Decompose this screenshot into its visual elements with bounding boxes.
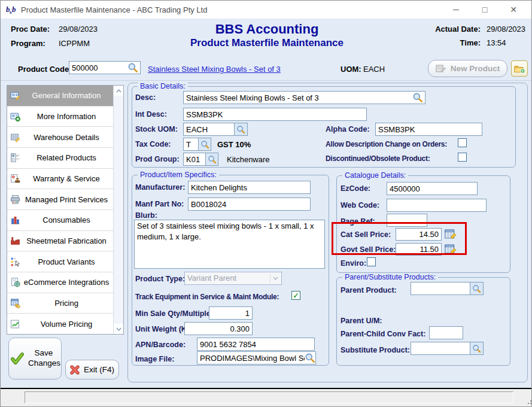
parent-um-label: Parent U/M: xyxy=(341,317,382,325)
stock-uom-input[interactable] xyxy=(183,123,235,136)
bsb-logo-icon: b s b xyxy=(6,4,18,16)
consumables-icon xyxy=(10,215,20,225)
desc-search-icon[interactable] xyxy=(412,92,423,103)
parent-product-input[interactable] xyxy=(411,282,470,295)
open-folder-button[interactable] xyxy=(511,60,528,77)
save-changes-label: Save Changes xyxy=(28,348,59,369)
save-changes-button[interactable]: Save Changes xyxy=(8,338,62,379)
new-product-button[interactable]: New Product xyxy=(428,60,507,77)
header-separator xyxy=(1,80,531,81)
product-type-dropdown[interactable]: Variant Parent xyxy=(184,272,282,285)
program-label: Program: xyxy=(11,39,45,48)
pricing-icon xyxy=(10,298,20,308)
page-ref-label: Page Ref: xyxy=(341,217,375,226)
allow-desc-change-label: Allow Description Change on Orders: xyxy=(326,140,447,148)
cat-sell-price-input[interactable] xyxy=(396,228,442,241)
warehouse-details-icon xyxy=(10,132,20,142)
search-icon xyxy=(200,140,209,149)
manufacturer-input[interactable] xyxy=(188,181,311,194)
maximize-button[interactable]: □ xyxy=(473,1,497,19)
substitute-product-input[interactable] xyxy=(411,342,470,355)
proc-date-value: 29/08/2023 xyxy=(59,25,98,34)
product-code-label: Product Code: xyxy=(18,65,72,74)
product-description-link[interactable]: Stainless Steel Mixing Bowls - Set of 3 xyxy=(148,65,281,74)
parent-product-search-button[interactable] xyxy=(470,282,484,295)
stock-uom-search-button[interactable] xyxy=(234,123,248,136)
page-ref-input[interactable] xyxy=(387,214,427,227)
image-file-input[interactable] xyxy=(197,351,316,365)
desc-label: Desc: xyxy=(135,93,156,102)
stock-uom-label: Stock UOM: xyxy=(135,125,178,133)
discontinued-checkbox[interactable] xyxy=(458,153,467,162)
manf-part-no-input[interactable] xyxy=(188,198,311,211)
alpha-code-input[interactable] xyxy=(375,123,482,136)
product-code-search-icon[interactable] xyxy=(127,62,138,73)
sidebar-scrollbar[interactable] xyxy=(113,86,123,334)
track-equipment-checkbox[interactable]: ✓ xyxy=(291,291,300,300)
prod-group-label: Prod Group: xyxy=(135,155,180,163)
sidebar-item-pricing[interactable]: Pricing xyxy=(7,293,113,314)
allow-desc-change-checkbox[interactable] xyxy=(458,138,467,147)
unit-weight-input[interactable] xyxy=(184,322,253,335)
web-code-input[interactable] xyxy=(387,199,487,212)
sidebar-item-consumables[interactable]: Consumables xyxy=(7,210,113,231)
sidebar-item-more-information[interactable]: More Information xyxy=(7,107,113,127)
search-icon xyxy=(208,155,217,164)
search-icon xyxy=(472,344,481,353)
sidebar-item-sheetmetal-fabrication[interactable]: Sheetmetal Fabrication xyxy=(7,231,113,252)
substitute-product-search-button[interactable] xyxy=(470,342,484,355)
tax-code-input[interactable] xyxy=(183,138,199,151)
prod-group-search-button[interactable] xyxy=(205,153,218,166)
govt-sell-price-edit-icon[interactable] xyxy=(445,244,457,254)
exit-button[interactable]: Exit (F4) xyxy=(65,360,119,379)
substitute-product-label: Substitute Product: xyxy=(341,346,410,354)
new-product-icon xyxy=(436,64,446,74)
sidebar-item-related-products[interactable]: Related Products xyxy=(7,148,113,169)
sidebar-item-warranty-service[interactable]: Warranty & Service xyxy=(7,169,113,190)
prod-group-input[interactable] xyxy=(183,153,206,166)
managed-print-services-icon xyxy=(10,195,20,205)
enviro-checkbox[interactable] xyxy=(367,257,376,266)
chevron-down-icon xyxy=(116,327,121,331)
tax-code-search-button[interactable] xyxy=(198,138,211,151)
new-product-label: New Product xyxy=(451,64,500,73)
sidebar-item-volume-pricing[interactable]: Volume Pricing xyxy=(7,314,113,334)
sheetmetal-fabrication-icon xyxy=(10,236,20,246)
conv-fact-input[interactable] xyxy=(429,326,463,339)
image-file-search-icon[interactable] xyxy=(305,353,315,363)
sidebar-item-general-information[interactable]: General Information xyxy=(7,86,113,107)
sidebar-item-managed-print-services[interactable]: Managed Print Services xyxy=(7,189,113,210)
tax-code-label: Tax Code: xyxy=(135,140,171,148)
actual-date-label: Actual Date: xyxy=(414,25,481,34)
window-title: Product Masterfile Maintenance - ABC Tra… xyxy=(21,5,207,14)
minimize-button[interactable]: ─ xyxy=(444,1,468,19)
prod-group-desc: Kitchenware xyxy=(227,155,270,164)
close-button[interactable]: ✕ xyxy=(501,1,525,19)
related-products-icon xyxy=(10,153,20,163)
folder-add-icon xyxy=(514,64,525,74)
blurb-label: Blurb: xyxy=(135,211,157,220)
sidebar-item-product-variants[interactable]: Product Variants xyxy=(7,251,113,272)
min-sale-input[interactable] xyxy=(209,306,253,320)
int-desc-input[interactable] xyxy=(183,108,367,121)
sidebar-item-warehouse-details[interactable]: Warehouse Details xyxy=(7,127,113,148)
conv-fact-label: Parent-Child Conv Fact: xyxy=(341,330,425,338)
resize-grip[interactable] xyxy=(528,403,529,404)
status-message-area xyxy=(25,391,513,403)
scroll-up-button[interactable] xyxy=(114,86,123,96)
blurb-textarea[interactable]: Set of 3 stainless steel mixing bowls - … xyxy=(134,220,325,269)
sidebar: General Information More Information War… xyxy=(7,85,124,335)
exit-label: Exit (F4) xyxy=(84,365,114,374)
sidebar-item-ecommerce-integrations[interactable]: eCommerce Integrations xyxy=(7,272,113,293)
scroll-down-button[interactable] xyxy=(114,324,123,334)
govt-sell-price-input[interactable] xyxy=(396,243,442,256)
parent-product-label: Parent Product: xyxy=(341,286,397,294)
desc-input[interactable] xyxy=(183,91,425,104)
apn-barcode-input[interactable] xyxy=(197,338,315,351)
web-code-label: Web Code: xyxy=(341,201,379,209)
cat-sell-price-edit-icon[interactable] xyxy=(445,229,457,239)
int-desc-label: Int Desc: xyxy=(135,110,167,119)
enviro-label: Enviro: xyxy=(341,259,366,268)
ezcode-input[interactable] xyxy=(387,182,478,195)
search-icon xyxy=(236,125,245,134)
